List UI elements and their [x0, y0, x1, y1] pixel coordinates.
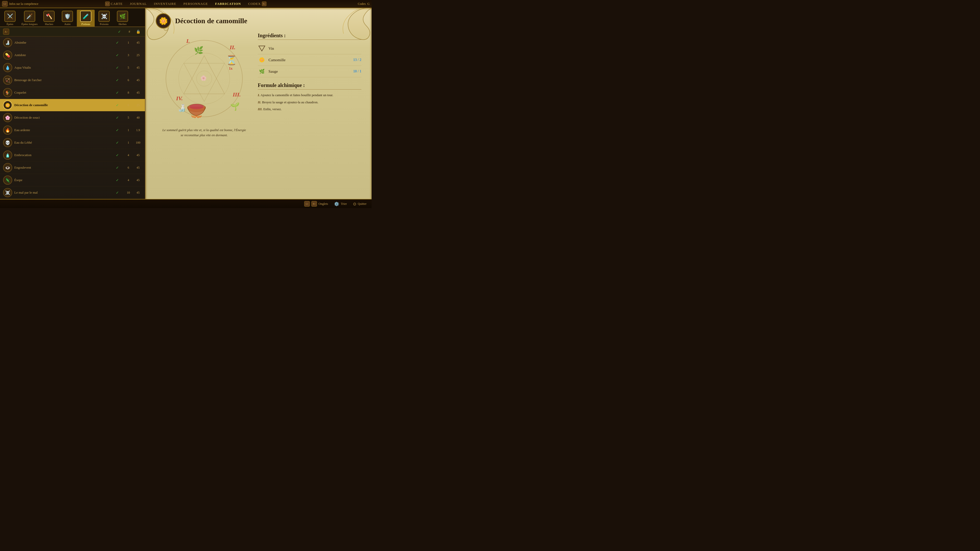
- nav-inventaire[interactable]: INVENTAIRE: [153, 1, 177, 6]
- item-num-le-mal-par-le-mal: 10: [124, 191, 132, 195]
- nav-carte[interactable]: L2 CARTE: [104, 1, 124, 7]
- top-bar: L2 Infos sur la compétence L2 CARTE JOUR…: [0, 0, 372, 8]
- list-item-engoulevent[interactable]: 👁️Engoulevent✓645: [0, 162, 145, 174]
- svg-marker-18: [259, 46, 265, 51]
- cat-tab-herbes[interactable]: 🌿 Herbes: [114, 10, 131, 27]
- item-list[interactable]: 🍶Absinthe✓145💊Antidote✓325💧Aqua Vitalis✓…: [0, 37, 145, 199]
- camomille-count: 13 / 2: [353, 58, 361, 62]
- list-item-eau-lethe[interactable]: 💀Eau du Léthé✓1100: [0, 137, 145, 149]
- alch-diagram-svg: I. 🌿 II. ⏳ 1x III. 🌱: [161, 35, 248, 122]
- cat-tab-epees[interactable]: ⚔️ Épées: [1, 10, 19, 27]
- item-qty-engoulevent: 45: [134, 166, 142, 170]
- item-name-absinthe: Absinthe: [14, 41, 110, 44]
- nav-codex[interactable]: CODEX Rs: [247, 1, 267, 6]
- list-item-absinthe[interactable]: 🍶Absinthe✓145: [0, 37, 145, 49]
- svg-text:🌿: 🌿: [194, 46, 204, 55]
- formula-step-2: II. Broyez la sauge et ajoutez-la au cha…: [258, 100, 361, 105]
- poisons-icon: ☠️: [99, 11, 110, 22]
- cat-tab-autre[interactable]: 🛡️ Autre: [59, 10, 76, 27]
- svg-text:🍶: 🍶: [177, 104, 186, 112]
- sort-icon[interactable]: A↑: [3, 29, 9, 35]
- recipe-illustration: I. 🌿 II. ⏳ 1x III. 🌱: [156, 33, 253, 203]
- list-item-embrocation[interactable]: 🧴Embrocation✓445: [0, 149, 145, 162]
- category-tabs: ⚔️ Épées 🗡️ Épées longues 🪓 Haches 🛡️ Au…: [0, 8, 145, 27]
- item-icon-absinthe: 🍶: [3, 38, 12, 47]
- item-qty-coquelet: 45: [134, 91, 142, 95]
- list-item-antidote[interactable]: 💊Antidote✓325: [0, 49, 145, 62]
- right-panel: 🌼 Décoction de camomille: [145, 8, 372, 208]
- l1-button[interactable]: L1: [304, 201, 310, 206]
- list-item-le-mal-par-le-mal[interactable]: ☠️Le mal par le mal✓1045: [0, 186, 145, 199]
- item-num-embrocation: 4: [124, 153, 132, 157]
- r1-button[interactable]: R1: [311, 201, 317, 206]
- item-qty-breuvage-archer: 45: [134, 78, 142, 82]
- formula-title: Formule alchimique :: [258, 83, 361, 89]
- item-num-coquelet: 8: [124, 91, 132, 95]
- svg-text:IV.: IV.: [176, 95, 183, 102]
- vin-name: Vin: [269, 46, 359, 51]
- item-name-le-mal-par-le-mal: Le mal par le mal: [14, 191, 110, 195]
- item-qty-decoction-camomille: 25: [134, 103, 142, 107]
- item-name-eau-ardente: Eau ardente: [14, 128, 110, 132]
- list-item-aqua-vitalis[interactable]: 💧Aqua Vitalis✓545: [0, 62, 145, 74]
- autre-icon: 🛡️: [62, 11, 73, 22]
- item-name-esope: Ésope: [14, 178, 110, 182]
- item-check-eau-lethe: ✓: [112, 141, 123, 145]
- nav-fabrication[interactable]: FABRICATION: [214, 1, 242, 6]
- cat-tab-potions[interactable]: 🧪 Potions: [77, 10, 95, 27]
- nav-personnage[interactable]: PERSONNAGE: [183, 1, 209, 6]
- svg-text:III.: III.: [232, 91, 241, 98]
- haches-label: Haches: [45, 22, 53, 25]
- trier-nav[interactable]: ⚙️ Trier: [334, 202, 347, 206]
- cat-tab-poisons[interactable]: ☠️ Poisons: [95, 10, 113, 27]
- left-panel: ⚔️ Épées 🗡️ Épées longues 🪓 Haches 🛡️ Au…: [0, 8, 145, 208]
- item-check-aqua-vitalis: ✓: [112, 65, 123, 70]
- item-icon-aqua-vitalis: 💧: [3, 63, 12, 72]
- quitter-label: Quitter: [358, 202, 366, 206]
- item-check-decoction-souci: ✓: [112, 116, 123, 120]
- recipe-title: Décoction de camomille: [175, 17, 247, 25]
- svg-text:⏳: ⏳: [226, 55, 237, 65]
- potions-icon: 🧪: [80, 11, 91, 22]
- trier-icon: ⚙️: [334, 202, 339, 206]
- l2-button[interactable]: L2: [2, 1, 8, 6]
- recipe-icon: 🌼: [156, 13, 171, 29]
- haches-icon: 🪓: [43, 11, 55, 22]
- ingredient-camomille: 🌼 Camomille 13 / 2: [258, 54, 361, 66]
- item-num-breuvage-archer: 6: [124, 78, 132, 82]
- recipe-description: Le sommeil guérit plus vite et, si la qu…: [161, 127, 248, 138]
- formula-section: Formule alchimique : I. Ajoutez la camom…: [258, 83, 361, 114]
- epees-longues-icon: 🗡️: [24, 11, 35, 22]
- item-icon-decoction-souci: 🌸: [3, 113, 12, 122]
- item-num-engoulevent: 6: [124, 166, 132, 170]
- formula-step-3: III. Enfin, versez.: [258, 106, 361, 112]
- list-item-coquelet[interactable]: 🐓Coquelet✓845: [0, 86, 145, 99]
- herbes-icon: 🌿: [117, 11, 128, 22]
- item-icon-embrocation: 🧴: [3, 151, 12, 160]
- onglets-nav[interactable]: L1 R1 Onglets: [304, 201, 328, 206]
- item-qty-decoction-souci: 40: [134, 116, 142, 120]
- list-item-eau-ardente[interactable]: 🔥Eau ardente✓11.9: [0, 124, 145, 137]
- list-item-decoction-camomille[interactable]: 🌼Décoction de camomille✓625: [0, 99, 145, 111]
- cat-tab-epees-longues[interactable]: 🗡️ Épées longues: [19, 10, 40, 27]
- svg-text:II.: II.: [229, 44, 235, 51]
- item-check-eau-ardente: ✓: [112, 128, 123, 132]
- nav-journal[interactable]: JOURNAL: [129, 1, 148, 6]
- item-check-antidote: ✓: [112, 53, 123, 57]
- main-container: ⚔️ Épées 🗡️ Épées longues 🪓 Haches 🛡️ Au…: [0, 8, 372, 208]
- alch-diagram: I. 🌿 II. ⏳ 1x III. 🌱: [161, 35, 248, 122]
- item-name-embrocation: Embrocation: [14, 153, 110, 157]
- list-item-decoction-souci[interactable]: 🌸Décoction de souci✓540: [0, 111, 145, 124]
- list-item-breuvage-archer[interactable]: 🏹Breuvage de l'archer✓645: [0, 74, 145, 86]
- item-icon-decoction-camomille: 🌼: [3, 100, 12, 110]
- epees-longues-label: Épées longues: [21, 22, 38, 25]
- item-name-decoction-souci: Décoction de souci: [14, 116, 110, 120]
- item-name-engoulevent: Engoulevent: [14, 165, 110, 170]
- quitter-nav[interactable]: ⊙ Quitter: [353, 202, 366, 206]
- item-num-absinthe: 1: [124, 41, 132, 44]
- cat-tab-haches[interactable]: 🪓 Haches: [40, 10, 58, 27]
- formula-step-1: I. Ajoutez la camomille et faites bouill…: [258, 93, 361, 98]
- onglets-label: Onglets: [318, 202, 328, 206]
- codex-btn-icon[interactable]: G: [367, 2, 369, 6]
- list-item-esope[interactable]: 🦎Ésope✓445: [0, 174, 145, 186]
